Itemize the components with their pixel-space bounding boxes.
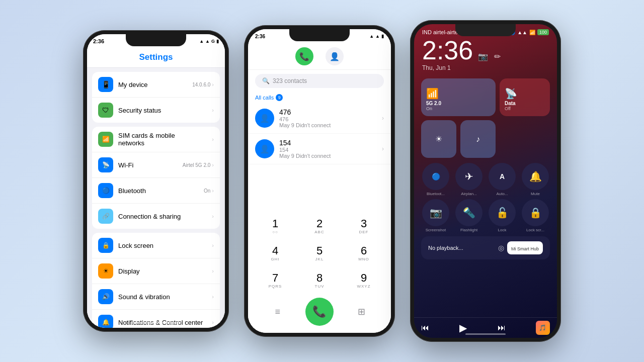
next-button[interactable]: ⏭ (498, 323, 506, 332)
key-5[interactable]: 5 JKL (302, 241, 337, 265)
dialpad-actions: ≡ 📞 ⊞ (253, 296, 386, 330)
sim-text: SIM cards & mobilenetworks (118, 132, 207, 147)
call-button[interactable]: 📞 (305, 298, 334, 326)
cc-data-tile[interactable]: 📡 Data Off (500, 78, 550, 116)
cc-time-big: 2:36 (422, 37, 473, 63)
chevron-icon: › (212, 294, 214, 300)
device-text: My device (118, 81, 187, 88)
call-item-476[interactable]: 👤 476 476 May 9 Didn't connect › (248, 103, 391, 134)
auto-cc-icon: A (500, 172, 505, 180)
dialpad-row-3: 7 PQRS 8 TUV 9 WXYZ (253, 268, 386, 293)
settings-item-my-device[interactable]: 📱 My device 14.0.6.0 › (92, 72, 220, 98)
settings-item-wifi[interactable]: 📡 Wi-Fi Airtel 5G 2.0 › (92, 152, 220, 178)
call-list: 👤 476 476 May 9 Didn't connect › 👤 154 (248, 103, 391, 209)
sim-icon: 📶 (98, 132, 113, 147)
play-button[interactable]: ▶ (459, 322, 467, 334)
call-item-154[interactable]: 👤 154 154 May 9 Didn't connect › (248, 134, 391, 164)
cc-mute-btn[interactable]: 🔔 Mute (521, 163, 550, 196)
cc-lockscreen-btn[interactable]: 🔒 Lock scr... (521, 199, 550, 232)
key-8[interactable]: 8 TUV (302, 268, 337, 293)
media-streaming-icon: ◎ (498, 244, 504, 252)
security-label: Security status (118, 107, 207, 114)
cc-carrier: IND airtel-airtel (422, 29, 459, 35)
key-3[interactable]: 3 DEF (347, 214, 381, 238)
media-right: ◎ Mi Smart Hub (498, 241, 543, 254)
phone-dialer: 2:36 ▲ ▲ ▮ 📞 👤 🔍 323 contacts (244, 25, 395, 337)
phone-control-center: IND airtel-airtel 🔵 ▲▲ 📶 100 2:36 📷 ✏ (410, 20, 561, 342)
search-placeholder: 323 contacts (273, 77, 307, 84)
lock-text: Lock screen (118, 242, 207, 249)
cc-screen-container: IND airtel-airtel 🔵 ▲▲ 📶 100 2:36 📷 ✏ (414, 24, 557, 338)
call-name-476: 476 (279, 108, 377, 116)
lockscreen-cc-icon: 🔒 (529, 207, 542, 219)
flashlight-label: Flashlight (460, 228, 477, 232)
wifi-label: Wi-Fi (118, 161, 178, 169)
cc-edit-icon[interactable]: ✏ (494, 52, 501, 61)
call-name-154: 154 (279, 139, 377, 147)
notch3 (455, 24, 516, 36)
auto-cc-label: Auto... (496, 192, 508, 196)
wifi-text: Wi-Fi (118, 161, 178, 169)
brightness-icon: ☀ (435, 134, 442, 144)
media-app-icon: 🎵 (536, 321, 550, 335)
security-text: Security status (118, 107, 207, 114)
contact-search[interactable]: 🔍 323 contacts (255, 74, 384, 88)
settings-section-connectivity: 📶 SIM cards & mobilenetworks › 📡 Wi-Fi (92, 127, 220, 229)
lock-cc-icon: 🔓 (496, 207, 509, 219)
menu-button[interactable]: ≡ (267, 301, 289, 323)
chevron-icon: › (212, 81, 214, 87)
key-2[interactable]: 2 ABC (302, 214, 337, 238)
settings-item-bluetooth[interactable]: 🔵 Bluetooth On › (92, 178, 220, 204)
cc-home-indicator (465, 333, 506, 335)
key-1[interactable]: 1 ○○ (258, 214, 292, 238)
settings-item-lock[interactable]: 🔒 Lock screen › (92, 233, 220, 258)
settings-item-sim[interactable]: 📶 SIM cards & mobilenetworks › (92, 127, 220, 152)
settings-app: 2:36 ▲ ▲ G ▮ Settings 📱 (87, 34, 225, 328)
cc-date: Thu, Jun 1 (422, 64, 549, 71)
cc-lock-btn[interactable]: 🔓 Lock (488, 199, 517, 232)
call-avatar-154: 👤 (255, 139, 274, 158)
settings-section-ui: 🔒 Lock screen › ☀ Display (92, 233, 220, 328)
cc-auto-btn[interactable]: A Auto... (488, 163, 517, 196)
settings-title: Settings (95, 52, 217, 62)
key-7[interactable]: 7 PQRS (258, 268, 292, 293)
settings-item-display[interactable]: ☀ Display › (92, 258, 220, 284)
call-icon: 📞 (312, 305, 326, 318)
settings-item-security[interactable]: 🛡 Security status › (92, 98, 220, 123)
connection-label: Connection & sharing (118, 213, 207, 220)
key-9[interactable]: 9 WXYZ (347, 268, 381, 293)
key-6[interactable]: 6 MNO (347, 241, 381, 265)
wifi-status-icon: 📶 (529, 30, 535, 35)
home-indicator (131, 322, 181, 324)
grid-button[interactable]: ⊞ (350, 301, 372, 323)
cc-flashlight-btn[interactable]: 🔦 Flashlight (454, 199, 484, 232)
call-arrow: › (382, 115, 384, 122)
media-info: No playback... (428, 245, 494, 251)
cc-camera-icon[interactable]: 📷 (478, 52, 488, 61)
wifi-settings-icon: 📡 (98, 157, 113, 172)
notif-icon: 🔔 (98, 315, 113, 328)
cc-wifi-tile[interactable]: 📶 5G 2.0 On (421, 78, 496, 116)
call-sub-154: 154 May 9 Didn't connect (279, 147, 377, 159)
settings-item-connection[interactable]: 🔗 Connection & sharing › (92, 204, 220, 229)
prev-button[interactable]: ⏮ (421, 323, 429, 332)
key-4[interactable]: 4 GHI (258, 241, 292, 265)
chevron-icon: › (212, 136, 214, 142)
cc-airplane-btn[interactable]: ✈ Airplan... (454, 163, 484, 196)
dialer-time: 2:36 (255, 34, 265, 39)
cc-brightness-tile[interactable]: ☀ (421, 120, 456, 158)
lock-settings-icon: 🔒 (98, 238, 113, 253)
cc-screenshot-btn[interactable]: 📷 Screenshot (421, 199, 450, 232)
cc-media-player: No playback... ◎ Mi Smart Hub ⏮ ▶ ⏭ 🎵 (421, 236, 550, 259)
cc-bluetooth-btn[interactable]: 🔵 Bluetoot... (421, 163, 450, 196)
settings-item-notifications[interactable]: 🔔 Notifications & Control center › (92, 310, 220, 328)
dialpad-tab[interactable]: 📞 (295, 47, 313, 65)
bt-right: On › (204, 188, 214, 194)
contacts-tab[interactable]: 👤 (326, 47, 344, 65)
device-icon: 📱 (98, 77, 113, 92)
security-icon: 🛡 (98, 103, 113, 118)
cc-music-tile[interactable]: ♪ (460, 120, 496, 158)
lock-right: › (212, 242, 214, 248)
settings-item-sound[interactable]: 🔊 Sound & vibration › (92, 284, 220, 310)
call-filter[interactable]: All calls 9 (248, 92, 391, 103)
